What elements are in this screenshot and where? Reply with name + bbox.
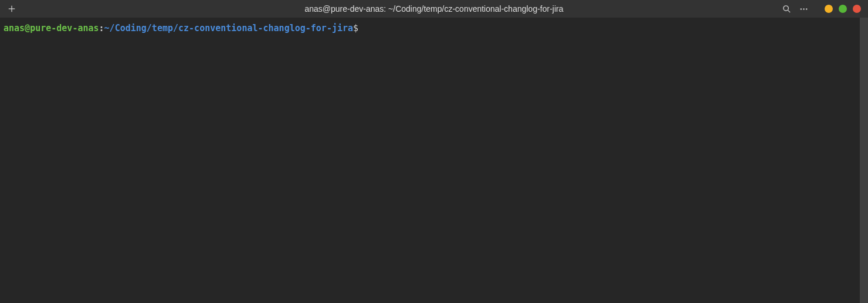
- minimize-button[interactable]: [825, 5, 833, 13]
- svg-point-4: [801, 8, 802, 9]
- terminal-body[interactable]: anas@pure-dev-anas:~/Coding/temp/cz-conv…: [0, 18, 868, 303]
- titlebar-right: [782, 5, 861, 14]
- prompt-symbol: $: [353, 23, 358, 33]
- scrollbar[interactable]: [860, 18, 868, 303]
- prompt-user-host: anas@pure-dev-anas: [4, 23, 99, 33]
- cursor-space: [358, 23, 364, 33]
- prompt-separator: :: [99, 23, 104, 33]
- menu-icon[interactable]: [799, 5, 808, 14]
- svg-point-6: [806, 8, 807, 9]
- prompt-path: ~/Coding/temp/cz-conventional-changlog-f…: [104, 23, 353, 33]
- close-button[interactable]: [853, 5, 861, 13]
- svg-point-5: [803, 8, 804, 9]
- maximize-button[interactable]: [839, 5, 847, 13]
- window-controls: [825, 5, 861, 13]
- scrollbar-thumb[interactable]: [860, 18, 868, 303]
- window-title: anas@pure-dev-anas: ~/Coding/temp/cz-con…: [0, 4, 868, 14]
- prompt-line: anas@pure-dev-anas:~/Coding/temp/cz-conv…: [4, 22, 864, 34]
- svg-line-3: [788, 10, 790, 12]
- titlebar: anas@pure-dev-anas: ~/Coding/temp/cz-con…: [0, 0, 868, 18]
- search-icon[interactable]: [782, 5, 791, 14]
- new-tab-icon[interactable]: [7, 4, 16, 14]
- svg-point-2: [784, 5, 788, 10]
- titlebar-left: [7, 4, 16, 14]
